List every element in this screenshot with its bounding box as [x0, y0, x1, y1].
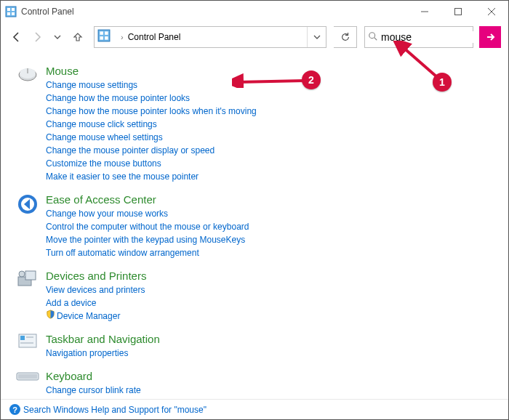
category-icon — [15, 193, 40, 214]
svg-rect-1 — [7, 8, 10, 11]
result-link[interactable]: Customize the mouse buttons — [46, 157, 495, 170]
svg-rect-4 — [12, 12, 15, 15]
result-category: Devices and PrintersView devices and pri… — [15, 270, 495, 323]
minimize-button[interactable] — [408, 1, 441, 23]
result-link[interactable]: Make it easier to see the mouse pointer — [46, 170, 495, 183]
svg-rect-27 — [20, 336, 25, 340]
refresh-button[interactable] — [334, 26, 357, 48]
result-link[interactable]: Change the mouse pointer display or spee… — [46, 144, 495, 157]
result-link[interactable]: Change how the mouse pointer looks when … — [46, 105, 495, 118]
footer-bar: ? Search Windows Help and Support for "m… — [1, 399, 508, 419]
result-link[interactable]: Change how the mouse pointer looks — [46, 92, 495, 105]
svg-rect-13 — [105, 36, 108, 40]
address-dropdown[interactable] — [307, 27, 326, 47]
svg-rect-3 — [7, 12, 10, 15]
window-title: Control Panel — [21, 7, 74, 17]
help-search-link[interactable]: Search Windows Help and Support for "mou… — [23, 405, 207, 415]
result-link[interactable]: Change mouse click settings — [46, 118, 495, 131]
category-icon — [15, 65, 40, 85]
result-link[interactable]: Change how your mouse works — [46, 207, 495, 220]
svg-rect-2 — [12, 8, 15, 11]
result-link[interactable]: Change mouse wheel settings — [46, 131, 495, 144]
category-title[interactable]: Keyboard — [46, 370, 495, 382]
svg-rect-10 — [100, 31, 103, 35]
annotation-callout-1: 1 — [433, 73, 452, 92]
close-button[interactable] — [475, 1, 508, 23]
category-title[interactable]: Devices and Printers — [46, 270, 495, 282]
breadcrumb-icon — [97, 29, 113, 45]
category-title[interactable]: Taskbar and Navigation — [46, 333, 495, 345]
svg-line-15 — [374, 37, 377, 40]
control-panel-icon — [5, 6, 17, 17]
result-link[interactable]: Change mouse settings — [46, 78, 495, 92]
annotation-callout-2: 2 — [302, 70, 321, 89]
svg-rect-31 — [18, 374, 37, 379]
result-link[interactable]: Move the pointer with the keypad using M… — [46, 233, 495, 246]
search-go-button[interactable] — [479, 26, 501, 48]
result-link[interactable]: Turn off automatic window arrangement — [46, 246, 495, 259]
result-category: Taskbar and NavigationNavigation propert… — [15, 333, 495, 360]
category-icon — [15, 270, 40, 290]
navigation-toolbar: › Control Panel — [1, 23, 508, 52]
result-link[interactable]: View devices and printers — [46, 283, 495, 296]
search-results: MouseChange mouse settingsChange how the… — [1, 52, 508, 399]
result-link[interactable]: Add a device — [46, 296, 495, 310]
result-link[interactable]: Change cursor blink rate — [46, 384, 495, 397]
recent-locations-dropdown[interactable] — [49, 28, 66, 46]
category-icon — [15, 370, 40, 390]
result-link[interactable]: Control the computer without the mouse o… — [46, 220, 495, 233]
result-category: KeyboardChange cursor blink rate — [15, 370, 495, 397]
svg-point-25 — [19, 271, 25, 277]
chevron-right-icon: › — [116, 33, 128, 41]
breadcrumb-text[interactable]: Control Panel — [128, 32, 307, 42]
help-icon: ? — [9, 404, 20, 415]
result-link[interactable]: Navigation properties — [46, 347, 495, 360]
maximize-button[interactable] — [441, 1, 475, 23]
category-title[interactable]: Ease of Access Center — [46, 193, 495, 206]
category-icon — [15, 333, 40, 353]
result-category: MouseChange mouse settingsChange how the… — [15, 65, 495, 183]
forward-button[interactable] — [28, 28, 46, 46]
result-category: Ease of Access CenterChange how your mou… — [15, 193, 495, 259]
back-button[interactable] — [8, 28, 25, 46]
search-icon — [368, 31, 378, 44]
svg-rect-24 — [25, 271, 36, 280]
up-button[interactable] — [69, 28, 87, 46]
svg-rect-6 — [455, 9, 462, 15]
titlebar: Control Panel — [1, 1, 508, 23]
result-link[interactable]: Device Manager — [46, 310, 495, 323]
address-bar[interactable]: › Control Panel — [94, 26, 326, 48]
svg-point-14 — [369, 32, 375, 38]
shield-icon — [46, 311, 55, 321]
svg-rect-12 — [100, 36, 103, 40]
svg-rect-11 — [105, 31, 108, 35]
search-box[interactable] — [364, 26, 473, 48]
category-title[interactable]: Mouse — [46, 65, 495, 77]
